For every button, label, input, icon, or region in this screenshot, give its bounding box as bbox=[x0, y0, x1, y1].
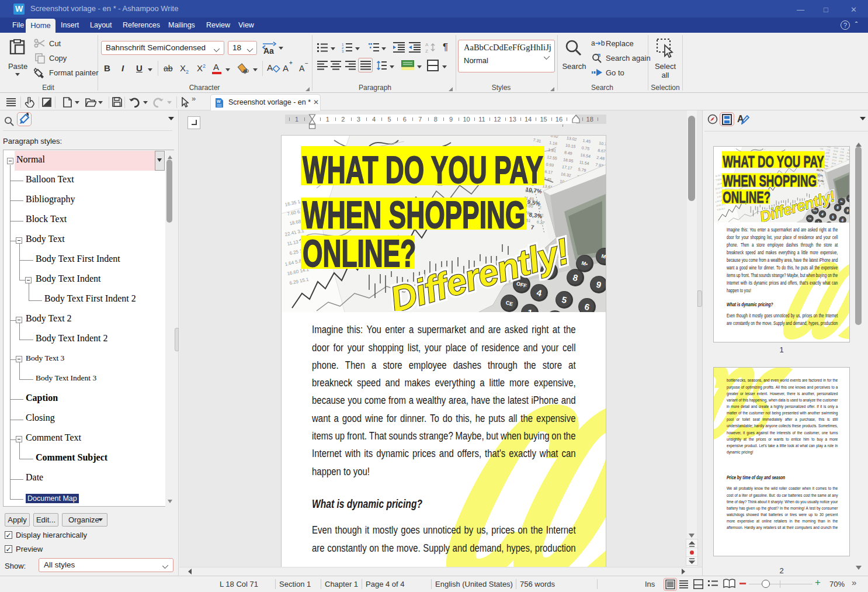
svg-text:Differently!: Differently! bbox=[758, 187, 837, 221]
svg-text:A: A bbox=[425, 42, 429, 47]
svg-text:Differently!: Differently! bbox=[386, 231, 573, 311]
svg-text:W: W bbox=[217, 99, 221, 103]
svg-text:Z: Z bbox=[425, 49, 428, 53]
svg-text:3: 3 bbox=[342, 50, 344, 53]
svg-text:ab: ab bbox=[243, 68, 249, 74]
svg-text:Aa: Aa bbox=[263, 46, 274, 55]
